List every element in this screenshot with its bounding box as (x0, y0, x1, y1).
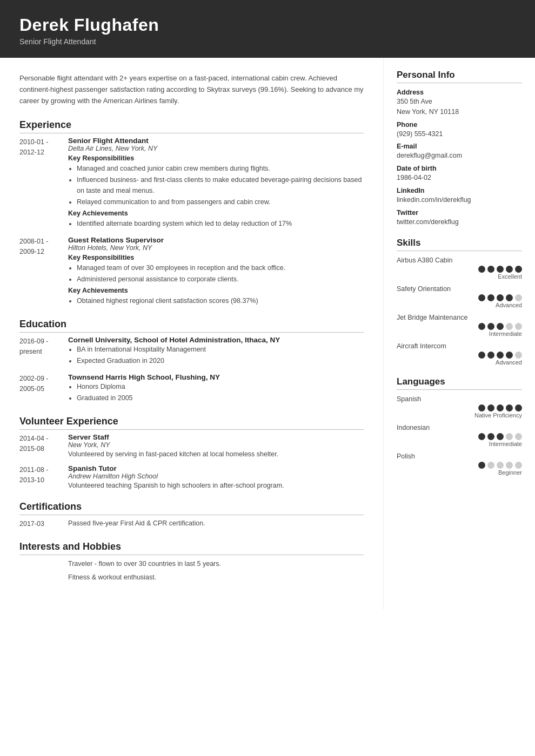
vol-desc: Volunteered by serving in fast-paced kit… (68, 450, 364, 458)
phone-value: (929) 555-4321 (397, 129, 522, 139)
experience-section: Experience 2010-01 -2012-12 Senior Fligh… (19, 119, 364, 307)
filled-dot (478, 266, 485, 273)
edu-list: BA in International Hospitality Manageme… (68, 344, 364, 366)
entry-dates: 2010-01 -2012-12 (19, 137, 68, 230)
candidate-title: Senior Flight Attendant (19, 37, 516, 46)
vol-title: Server Staff (68, 433, 364, 441)
skill-name: Jet Bridge Maintenance (397, 314, 522, 321)
empty-dot (487, 462, 494, 469)
filled-dot (497, 323, 504, 330)
dots (478, 294, 522, 301)
responsibilities-list: Managed and coached junior cabin crew me… (68, 163, 364, 207)
skill-level: Intermediate (489, 330, 522, 337)
filled-dot (497, 352, 504, 359)
hobby-entry: Traveler - flown to over 30 countries in… (19, 558, 364, 569)
entry-dates: 2016-09 -present (19, 336, 68, 367)
dob-value: 1986-04-02 (397, 173, 522, 183)
edu-title: Cornell University, School of Hotel Admi… (68, 336, 364, 344)
list-item: Relayed communication to and from passen… (77, 197, 364, 207)
lang-level: Intermediate (489, 441, 522, 447)
entry-content: Senior Flight Attendant Delta Air Lines,… (68, 137, 364, 230)
entry-content: Cornell University, School of Hotel Admi… (68, 336, 364, 367)
phone-label: Phone (397, 121, 522, 129)
list-item: Graduated in 2005 (77, 393, 364, 403)
dob-label: Date of birth (397, 165, 522, 172)
cert-entry: 2017-03 Passed five-year First Aid & CPR… (19, 518, 364, 529)
volunteer-entry: 2014-04 -2015-08 Server Staff New York, … (19, 433, 364, 458)
twitter-value: twitter.com/derekflug (397, 217, 522, 227)
dots (478, 404, 522, 411)
filled-dot (487, 404, 494, 411)
language-row: Indonesian Intermediate (397, 424, 522, 447)
achievements-list: Identified alternate boarding system whi… (68, 218, 364, 229)
responsibilities-label: Key Responsibilities (68, 254, 364, 261)
entry-dates: 2008-01 -2009-12 (19, 236, 68, 307)
filled-dot (497, 404, 504, 411)
empty-dot (515, 462, 522, 469)
filled-dot (487, 266, 494, 273)
skill-name: Airbus A380 Cabin (397, 256, 522, 264)
filled-dot (478, 323, 485, 330)
skill-row: Aircraft Intercom Advanced (397, 342, 522, 366)
dots (478, 266, 522, 273)
certifications-title: Certifications (19, 501, 364, 515)
list-item: Expected Graduation in 2020 (77, 355, 364, 366)
experience-title: Experience (19, 119, 364, 133)
experience-entry: 2008-01 -2009-12 Guest Relations Supervi… (19, 236, 364, 307)
skill-row: Jet Bridge Maintenance Intermediate (397, 314, 522, 337)
skill-row: Airbus A380 Cabin Excellent (397, 256, 522, 280)
empty-dot (506, 323, 513, 330)
job-title: Senior Flight Attendant (68, 137, 364, 145)
skill-dots-row: Excellent (397, 266, 522, 280)
candidate-name: Derek Flughafen (19, 15, 516, 35)
volunteer-section: Volunteer Experience 2014-04 -2015-08 Se… (19, 416, 364, 489)
skill-dots-row: Advanced (397, 294, 522, 308)
hobbies-section: Interests and Hobbies Traveler - flown t… (19, 541, 364, 583)
dots (478, 462, 522, 469)
empty-dot (515, 294, 522, 301)
empty-dot (515, 433, 522, 440)
list-item: Administered personal assistance to corp… (77, 274, 364, 285)
cert-date: 2017-03 (19, 518, 68, 529)
filled-dot (478, 433, 485, 440)
list-item: Obtained highest regional client satisfa… (77, 295, 364, 306)
volunteer-entry: 2011-08 -2013-10 Spanish Tutor Andrew Ha… (19, 464, 364, 489)
filled-dot (478, 404, 485, 411)
list-item: Managed and coached junior cabin crew me… (77, 163, 364, 174)
org: Hilton Hotels, New York, NY (68, 244, 364, 252)
filled-dot (506, 266, 513, 273)
hobbies-title: Interests and Hobbies (19, 541, 364, 555)
entry-content: Spanish Tutor Andrew Hamilton High Schoo… (68, 464, 364, 489)
address-label: Address (397, 89, 522, 96)
skill-dots-row: Intermediate (397, 323, 522, 337)
skill-name: Safety Orientation (397, 285, 522, 293)
vol-title: Spanish Tutor (68, 464, 364, 473)
skills-title: Skills (397, 238, 522, 251)
empty-dot (497, 462, 504, 469)
dots (478, 433, 522, 440)
right-column: Personal Info Address 350 5th AveNew Yor… (384, 58, 535, 610)
skills-section: Skills Airbus A380 Cabin Excellent Safet… (397, 238, 522, 366)
hobby-entry: Fitness & workout enthusiast. (19, 572, 364, 583)
lang-name: Indonesian (397, 424, 522, 431)
skill-row: Safety Orientation Advanced (397, 285, 522, 308)
linkedin-label: LinkedIn (397, 187, 522, 194)
education-entry: 2002-09 -2005-05 Townsend Harris High Sc… (19, 373, 364, 404)
skill-name: Aircraft Intercom (397, 342, 522, 350)
lang-dots-row: Beginner (397, 462, 522, 476)
list-item: Influenced business- and first-class cli… (77, 174, 364, 196)
vol-org: Andrew Hamilton High School (68, 473, 364, 480)
lang-dots-row: Native Proficiency (397, 404, 522, 418)
entry-content: Server Staff New York, NY Volunteered by… (68, 433, 364, 458)
filled-dot (506, 294, 513, 301)
lang-name: Polish (397, 453, 522, 460)
email-label: E-mail (397, 143, 522, 150)
lang-name: Spanish (397, 395, 522, 403)
email-value: derekflug@gmail.com (397, 151, 522, 161)
skill-level: Advanced (496, 302, 522, 308)
skill-level: Advanced (496, 359, 522, 366)
filled-dot (478, 462, 485, 469)
filled-dot (487, 352, 494, 359)
list-item: BA in International Hospitality Manageme… (77, 344, 364, 355)
cert-desc: Passed five-year First Aid & CPR certifi… (68, 518, 364, 529)
